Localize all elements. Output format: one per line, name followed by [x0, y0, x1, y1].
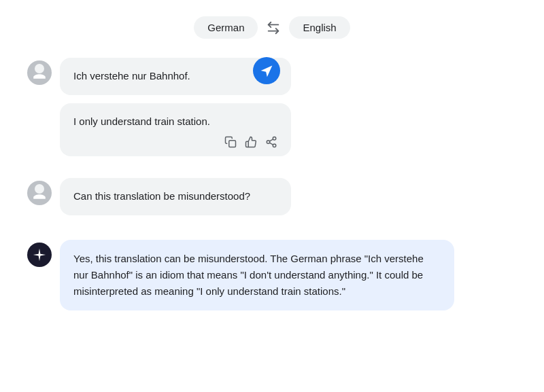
user-input-bubble-2: Can this translation be misunderstood? [60, 178, 291, 215]
user-input-text-2: Can this translation be misunderstood? [73, 190, 250, 202]
user-input-bubble-1: Ich verstehe nur Bahnhof. [60, 58, 291, 95]
thumbs-up-icon[interactable] [245, 136, 257, 148]
ai-response-text: Yes, this translation can be misundersto… [73, 253, 424, 297]
user-message-row-2: Can this translation be misunderstood? [27, 178, 517, 215]
source-language-button[interactable]: German [194, 16, 258, 39]
user-avatar-1 [27, 60, 52, 85]
svg-rect-0 [229, 141, 236, 147]
svg-line-5 [269, 139, 273, 141]
swap-languages-icon[interactable] [266, 20, 281, 35]
translation-bubble-1: I only understand train station. [60, 103, 291, 157]
copy-icon[interactable] [224, 136, 237, 148]
translation-text-1: I only understand train station. [73, 115, 210, 127]
user-input-text-1: Ich verstehe nur Bahnhof. [73, 70, 190, 82]
ai-response-row: Yes, this translation can be misundersto… [27, 240, 517, 310]
language-bar: German English [27, 11, 517, 44]
translation-actions-1 [73, 136, 277, 148]
chat-area: Ich verstehe nur Bahnhof. I only underst… [27, 58, 517, 310]
svg-line-4 [269, 143, 273, 145]
share-icon[interactable] [265, 136, 277, 148]
ai-avatar [27, 243, 52, 267]
user-avatar-2 [27, 181, 52, 205]
target-language-button[interactable]: English [289, 16, 350, 39]
user-message-row-1: Ich verstehe nur Bahnhof. [27, 58, 517, 95]
send-button-1[interactable] [253, 57, 280, 84]
ai-response-bubble: Yes, this translation can be misundersto… [60, 240, 454, 310]
